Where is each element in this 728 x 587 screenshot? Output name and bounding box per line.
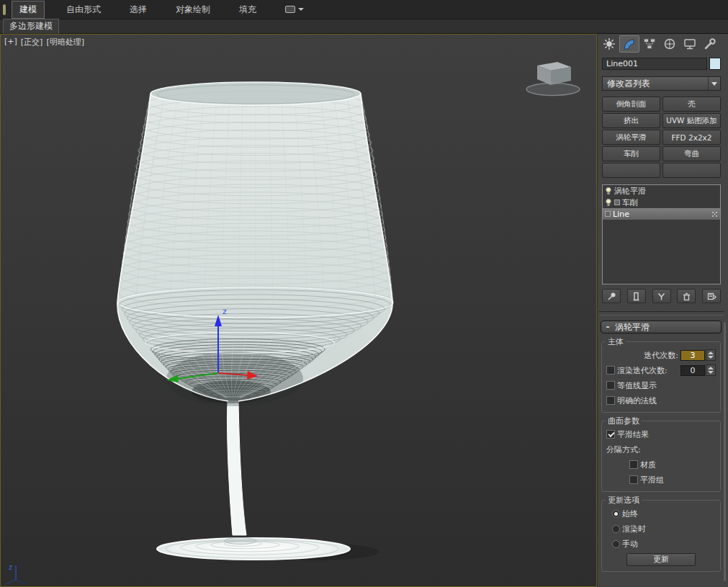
display-icon <box>683 37 696 50</box>
update-button[interactable]: 更新 <box>626 553 696 566</box>
explicit-normals-label: 明确的法线 <box>617 395 657 406</box>
modifier-button-empty-2[interactable] <box>662 163 721 178</box>
ribbon-tab-populate[interactable]: 填充 <box>232 1 264 18</box>
ribbon-handle-icon[interactable] <box>3 4 6 15</box>
ribbon-panel-bar: 多边形建模 <box>0 19 728 34</box>
show-end-result-button[interactable] <box>627 289 646 303</box>
create-icon <box>603 37 616 50</box>
modifier-button-bend[interactable]: 弯曲 <box>662 146 721 161</box>
isoline-checkbox[interactable] <box>606 381 615 390</box>
show-end-result-icon <box>632 292 641 301</box>
group-title-surface: 曲面参数 <box>606 416 642 426</box>
render-iterations-checkbox[interactable] <box>606 366 615 375</box>
spinner-up-icon[interactable] <box>708 367 714 369</box>
world-axis-tripod: z <box>6 563 25 584</box>
smoothing-groups-row: 平滑组 <box>629 474 716 485</box>
rollout-title: 涡轮平滑 <box>615 321 650 333</box>
manually-row: 手动 <box>612 538 716 550</box>
modifier-button-shell[interactable]: 壳 <box>662 97 721 112</box>
bulb-icon[interactable] <box>605 187 612 196</box>
modifier-button-turbosmooth[interactable]: 涡轮平滑 <box>602 130 660 145</box>
smoothing-groups-checkbox[interactable] <box>629 475 638 484</box>
when-rendering-radio[interactable] <box>612 525 620 533</box>
separate-by-row: 分隔方式: <box>606 444 716 455</box>
iterations-row: 迭代次数: 3 <box>606 349 716 361</box>
spinner-down-icon[interactable] <box>708 371 714 374</box>
tab-motion[interactable] <box>660 35 680 53</box>
ribbon-tab-modeling[interactable]: 建模 <box>12 1 45 19</box>
smooth-result-checkbox[interactable] <box>606 430 615 439</box>
modifier-button-bevel-profile[interactable]: 倒角剖面 <box>602 97 660 112</box>
chevron-down-icon <box>711 82 717 86</box>
make-unique-button[interactable] <box>652 289 671 303</box>
view-cube[interactable] <box>526 62 580 96</box>
make-unique-icon <box>657 292 666 301</box>
pin-stack-button[interactable] <box>602 289 621 303</box>
materials-checkbox[interactable] <box>629 460 638 469</box>
modifier-button-grid: 倒角剖面 壳 挤出 UVW 贴图添加 涡轮平滑 FFD 2x2x2 车削 弯曲 <box>602 97 721 178</box>
bulb-icon[interactable] <box>605 198 612 207</box>
tab-display[interactable] <box>680 35 700 53</box>
rollout-header[interactable]: - 涡轮平滑 <box>601 321 722 333</box>
modifier-button-lathe[interactable]: 车削 <box>602 146 660 161</box>
main-group: 主体 迭代次数: 3 渲染迭代次数: 0 <box>601 341 721 413</box>
modifier-button-uvw-map[interactable]: UVW 贴图添加 <box>662 113 721 128</box>
viewport-label: [+] [正交] [明暗处理] <box>4 37 84 48</box>
spinner-up-icon[interactable] <box>708 351 714 354</box>
surface-group: 曲面参数 平滑结果 分隔方式: 材质 平滑组 <box>601 421 721 492</box>
stack-item-label: 车削 <box>622 197 638 208</box>
materials-label: 材质 <box>640 460 656 470</box>
tab-utilities[interactable] <box>700 35 720 53</box>
panel-scrollbar[interactable] <box>724 322 726 581</box>
ribbon-tab-object-paint[interactable]: 对象绘制 <box>168 1 217 18</box>
separate-by-label: 分隔方式: <box>606 444 641 455</box>
command-panel-tabs <box>599 35 727 53</box>
modifier-button-empty-1[interactable] <box>602 163 660 178</box>
explicit-normals-row: 明确的法线 <box>606 395 716 406</box>
wine-glass-model[interactable] <box>117 82 393 560</box>
render-iterations-spinner[interactable] <box>706 364 716 376</box>
chevron-down-icon <box>298 8 304 11</box>
smoothing-groups-label: 平滑组 <box>640 475 664 485</box>
viewport-menu-pov[interactable]: [正交] <box>21 37 43 48</box>
tab-hierarchy[interactable] <box>639 35 660 53</box>
spinner-down-icon[interactable] <box>708 356 714 359</box>
viewport-canvas: z z <box>1 35 596 586</box>
stack-item-label: 涡轮平滑 <box>614 186 646 197</box>
always-radio[interactable] <box>612 510 620 518</box>
configure-modifier-sets-button[interactable] <box>702 289 721 303</box>
modifier-button-ffd-2x2x2[interactable]: FFD 2x2x2 <box>662 130 721 145</box>
iterations-spinner[interactable] <box>706 349 716 361</box>
configure-icon <box>707 292 716 301</box>
object-color-swatch[interactable] <box>709 58 721 70</box>
dropdown-arrow-button[interactable] <box>708 77 720 90</box>
iterations-field[interactable]: 3 <box>680 350 705 361</box>
tab-create[interactable] <box>599 35 619 53</box>
remove-modifier-button[interactable] <box>677 289 696 303</box>
motion-icon <box>663 37 676 50</box>
tab-modify[interactable] <box>619 35 639 53</box>
viewport-menu-general[interactable]: [+] <box>4 37 17 48</box>
ribbon-media-button[interactable] <box>285 6 304 13</box>
ribbon-tab-freeform[interactable]: 自由形式 <box>59 1 108 18</box>
pin-icon <box>607 292 616 301</box>
stack-item-line[interactable]: Line <box>603 208 720 220</box>
stack-item-turbosmooth[interactable]: 涡轮平滑 <box>603 185 720 197</box>
stack-item-lathe[interactable]: 车削 <box>603 197 720 208</box>
ribbon-tab-selection[interactable]: 选择 <box>122 1 154 18</box>
manually-radio[interactable] <box>612 540 620 548</box>
modifier-stack[interactable]: 涡轮平滑 车削 Line <box>602 184 721 284</box>
viewport[interactable]: [+] [正交] [明暗处理] <box>0 34 597 587</box>
when-rendering-row: 渲染时 <box>612 523 716 534</box>
iterations-label: 迭代次数: <box>644 350 678 361</box>
grip-dots-icon <box>711 211 718 218</box>
modifier-list-dropdown[interactable]: 修改器列表 <box>602 76 721 91</box>
modifier-button-extrude[interactable]: 挤出 <box>602 113 660 128</box>
panel-tab-polygon-modeling[interactable]: 多边形建模 <box>3 19 59 34</box>
viewport-menu-shading[interactable]: [明暗处理] <box>46 37 84 48</box>
always-row: 始终 <box>612 508 716 519</box>
object-name-field[interactable]: Line001 <box>602 58 707 70</box>
update-group: 更新选项 始终 渲染时 手动 更新 <box>601 500 721 572</box>
render-iterations-field[interactable]: 0 <box>680 365 705 376</box>
explicit-normals-checkbox[interactable] <box>606 396 615 405</box>
